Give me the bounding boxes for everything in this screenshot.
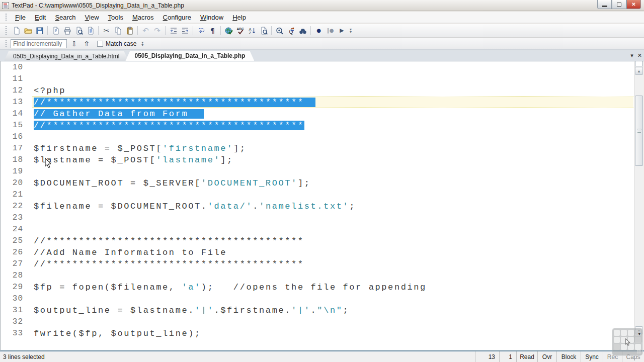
code-line-31[interactable]: 31$output_line = $lastname.'|'.$firstnam… <box>1 305 633 316</box>
unindent-icon[interactable] <box>168 25 179 36</box>
findbar-gripper[interactable] <box>5 40 8 47</box>
find-input[interactable] <box>11 39 67 48</box>
code-line-11[interactable]: 11 <box>1 73 633 85</box>
nav-grid-cell[interactable] <box>628 330 634 336</box>
screen-nav-overlay[interactable]: ▾ <box>612 328 643 356</box>
menu-window[interactable]: Window <box>196 13 228 22</box>
save-icon[interactable] <box>34 25 45 36</box>
indent-icon[interactable] <box>179 25 191 36</box>
code-line-32[interactable]: 32 <box>1 316 633 328</box>
spell-check-icon[interactable]: ABC <box>234 25 246 36</box>
copy-icon[interactable] <box>112 25 124 36</box>
code-line-17[interactable]: 17$firstname = $_POST['firstname']; <box>1 143 633 154</box>
find-binoculars-icon[interactable] <box>297 25 308 36</box>
tab-close-icon[interactable]: ✕ <box>637 52 642 59</box>
line-number: 21 <box>1 189 32 201</box>
code-line-14[interactable]: 14// Gather Data from Form <box>1 108 633 120</box>
split-pane-handle[interactable] <box>635 61 643 66</box>
code-line-23[interactable]: 23 <box>1 212 633 224</box>
nav-grid-cell[interactable] <box>635 337 641 343</box>
code-line-30[interactable]: 30 <box>1 293 633 305</box>
code-line-28[interactable]: 28 <box>1 270 633 282</box>
match-case-label: Match case <box>106 40 136 47</box>
vertical-scrollbar[interactable]: ▲ ▼ <box>634 61 643 342</box>
menubar-gripper[interactable] <box>5 13 8 21</box>
restore-button[interactable] <box>612 0 626 9</box>
menu-view[interactable]: View <box>80 13 104 22</box>
code-line-21[interactable]: 21 <box>1 189 633 201</box>
line-number: 33 <box>1 328 32 339</box>
replace-icon[interactable]: Q <box>285 25 297 36</box>
code-line-26[interactable]: 26//Add Name Information to File <box>1 247 633 258</box>
find-prev-up-icon[interactable]: ⇧ <box>81 39 92 49</box>
menu-tools[interactable]: Tools <box>104 13 128 22</box>
toolbar-gripper[interactable] <box>5 26 8 35</box>
file-properties-icon[interactable] <box>50 25 61 36</box>
new-document-icon[interactable] <box>11 25 22 36</box>
code-line-10[interactable]: 10 <box>1 62 633 73</box>
code-line-24[interactable]: 24 <box>1 224 633 235</box>
title-bar[interactable]: TextPad - C:\wamp\www\0505_Displaying_Da… <box>0 0 644 11</box>
code-line-29[interactable]: 29$fp = fopen($filename, 'a'); //opens t… <box>1 282 633 293</box>
tab-list-dropdown-icon[interactable]: ▾ <box>630 52 633 59</box>
play-macro-icon[interactable]: ▶ <box>336 25 348 36</box>
nav-grid-cell[interactable] <box>614 337 620 343</box>
menu-help[interactable]: Help <box>228 13 251 22</box>
editor-pane[interactable]: 101112<?php13//*************************… <box>1 61 643 350</box>
code-line-12[interactable]: 12<?php <box>1 85 633 97</box>
read-mode: Read <box>516 351 537 362</box>
record-macro-icon[interactable]: ● <box>313 25 325 36</box>
nav-grid-cell[interactable] <box>614 330 620 336</box>
code-line-15[interactable]: 15//************************************… <box>1 120 633 131</box>
nav-dropdown-icon[interactable]: ▾ <box>638 331 640 336</box>
code-line-18[interactable]: 18$lastname = $_POST['lastname']; <box>1 154 633 166</box>
stop-macro-icon[interactable]: ‖● <box>325 25 336 36</box>
nav-grid-cell[interactable] <box>614 344 620 350</box>
scroll-up-icon[interactable]: ▲ <box>635 67 643 75</box>
minimize-button[interactable] <box>597 0 612 9</box>
undo-icon[interactable]: ↶ <box>140 25 151 36</box>
formatting-marks-icon[interactable]: ¶ <box>207 25 218 36</box>
match-case-checkbox[interactable] <box>97 41 103 47</box>
code-line-13[interactable]: 13//************************************… <box>1 97 633 108</box>
nav-grid-cell[interactable] <box>635 344 641 350</box>
html-validate-icon[interactable] <box>223 25 234 36</box>
cut-icon[interactable]: ✂ <box>101 25 112 36</box>
menu-search[interactable]: Search <box>50 13 80 22</box>
vertical-scroll-thumb[interactable] <box>635 96 643 166</box>
paste-icon[interactable] <box>124 25 135 36</box>
menu-configure[interactable]: Configure <box>158 13 196 22</box>
redo-icon[interactable]: ↷ <box>151 25 163 36</box>
line-text <box>32 131 633 143</box>
view-document-icon[interactable] <box>274 25 285 36</box>
code-line-25[interactable]: 25//************************************… <box>1 235 633 247</box>
code-line-16[interactable]: 16 <box>1 131 633 143</box>
sort-az-icon[interactable]: AZ <box>246 25 258 36</box>
line-text: $filename = $DOCUMENT_ROOT.'data/'.'name… <box>32 201 633 212</box>
line-text <box>32 62 633 73</box>
nav-grid-cell[interactable] <box>621 330 627 336</box>
menu-macros[interactable]: Macros <box>128 13 158 22</box>
word-wrap-icon[interactable] <box>195 25 207 36</box>
code-line-19[interactable]: 19 <box>1 166 633 177</box>
code-line-22[interactable]: 22$filename = $DOCUMENT_ROOT.'data/'.'na… <box>1 201 633 212</box>
nav-resize-handle[interactable] <box>637 350 641 354</box>
tab-html[interactable]: 0505_Displaying_Data_in_a_Table.html <box>4 51 128 61</box>
code-line-33[interactable]: 33fwrite($fp, $output_line); <box>1 328 633 339</box>
print-preview-icon[interactable] <box>73 25 85 36</box>
toolbar-overflow-icon[interactable]: ▾▾ <box>350 28 352 33</box>
code-line-27[interactable]: 27//************************************… <box>1 258 633 270</box>
menu-edit[interactable]: Edit <box>30 13 50 22</box>
line-number: 14 <box>1 108 32 120</box>
menu-file[interactable]: File <box>11 13 30 22</box>
document-view-icon[interactable] <box>85 25 96 36</box>
code-line-20[interactable]: 20$DOCUMENT_ROOT = $_SERVER['DOCUMENT_RO… <box>1 177 633 189</box>
close-button[interactable]: ✕ <box>626 0 641 9</box>
tab-php[interactable]: 0505_Displaying_Data_in_a_Table.php <box>125 51 254 61</box>
find-in-files-icon[interactable] <box>258 25 269 36</box>
open-folder-icon[interactable] <box>22 25 34 36</box>
svg-text:Z: Z <box>249 31 251 35</box>
print-icon[interactable] <box>61 25 73 36</box>
findbar-overflow-icon[interactable]: ▾▾ <box>141 41 143 46</box>
find-next-down-icon[interactable]: ⇩ <box>68 39 79 49</box>
